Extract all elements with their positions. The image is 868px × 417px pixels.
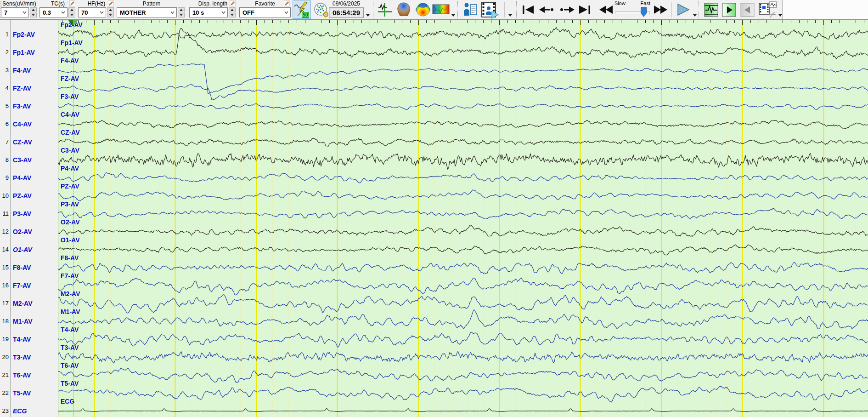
- go-to-end-button[interactable]: [577, 3, 592, 17]
- channel-row[interactable]: 3 F4-AV: [0, 66, 58, 75]
- channel-row[interactable]: 12 O2-AV: [0, 227, 58, 236]
- display-length-spin-down[interactable]: [229, 13, 236, 18]
- video-clip-cut-button[interactable]: ✂: [758, 1, 778, 19]
- date-text: 09/06/2025: [329, 0, 364, 7]
- channel-row[interactable]: 7 CZ-AV: [0, 137, 58, 147]
- display-length-label: Disp. length: [189, 0, 237, 7]
- channel-label: T4-AV: [13, 335, 31, 344]
- display-length-select[interactable]: 10 s: [189, 7, 228, 17]
- go-to-start-button[interactable]: [520, 3, 536, 17]
- channel-number: 1: [0, 30, 9, 39]
- edit-pencil-icon[interactable]: [284, 0, 290, 8]
- speed-slider: Slow Fast: [614, 0, 650, 18]
- channel-row[interactable]: 1 Fp2-AV: [0, 30, 58, 39]
- sensitivity-select[interactable]: 7: [1, 7, 29, 17]
- hf-spin-down[interactable]: [107, 13, 114, 18]
- video-playback-button[interactable]: [479, 1, 500, 19]
- channel-number: 22: [0, 388, 9, 398]
- electrode-map-button[interactable]: ⚙: [313, 1, 329, 18]
- trace-label: T5-AV: [61, 380, 79, 387]
- channel-row[interactable]: 5 F3-AV: [0, 102, 58, 111]
- tc-control: TC(s) 0.3: [39, 0, 76, 17]
- sensitivity-spin-up[interactable]: [30, 7, 37, 12]
- tc-spin-down[interactable]: [68, 13, 75, 18]
- sensitivity-spin-down[interactable]: [30, 13, 37, 18]
- channel-number: 9: [0, 173, 9, 183]
- channel-row[interactable]: 11 P3-AV: [0, 209, 58, 218]
- channel-row[interactable]: 18 M1-AV: [0, 317, 58, 326]
- channel-row[interactable]: 2 Fp1-AV: [0, 48, 58, 57]
- channel-label: C3-AV: [13, 155, 32, 165]
- channel-label: Fp2-AV: [13, 30, 35, 39]
- channel-list-panel: 1 Fp2-AV 2 Fp1-AV 3 F4-AV 4 FZ-AV 5 F3-A…: [0, 20, 58, 417]
- pattern-select[interactable]: MOTHER: [117, 7, 177, 17]
- play-from-here-button[interactable]: [721, 2, 737, 17]
- channel-row[interactable]: 23 ECG: [0, 406, 58, 416]
- trace-label: Fp1-AV: [61, 39, 83, 46]
- fast-forward-button[interactable]: [652, 3, 669, 17]
- play-button[interactable]: [675, 2, 692, 17]
- trace-label: Fp2-AV: [61, 21, 83, 29]
- review-waveform-button[interactable]: [704, 2, 719, 17]
- channel-number: 23: [0, 406, 9, 416]
- video-more-arrow[interactable]: [508, 13, 513, 17]
- favorite-select[interactable]: OFF: [239, 7, 291, 17]
- time-display[interactable]: 06:54:29: [329, 7, 364, 18]
- channel-number: 15: [0, 263, 9, 272]
- channel-row[interactable]: 4 FZ-AV: [0, 84, 58, 93]
- display-length-spin-up[interactable]: [229, 7, 236, 12]
- channel-row[interactable]: 20 T3-AV: [0, 353, 58, 362]
- tc-select[interactable]: 0.3: [39, 7, 68, 17]
- trace-label: P4-AV: [61, 165, 79, 172]
- page-back-button[interactable]: [538, 3, 556, 17]
- datetime-more-arrow[interactable]: [366, 13, 370, 17]
- channel-label: O2-AV: [13, 227, 32, 236]
- play-more-arrow[interactable]: [693, 13, 697, 17]
- tc-spin-up[interactable]: [68, 7, 75, 12]
- pattern-spin-down[interactable]: [178, 13, 185, 18]
- maps-more-arrow[interactable]: [451, 13, 456, 17]
- ac-filter-50hz-button[interactable]: 50: [293, 0, 311, 19]
- chevron-down-icon: [284, 11, 288, 14]
- trace-label: C3-AV: [61, 147, 79, 154]
- channel-row[interactable]: 14 O1-AV: [0, 245, 58, 254]
- hf-select[interactable]: 70: [78, 7, 106, 17]
- favorite-control: Favorite OFF: [239, 0, 291, 17]
- channel-row[interactable]: 9 P4-AV: [0, 173, 58, 183]
- edit-pencil-icon[interactable]: [230, 0, 236, 8]
- topography-map-button[interactable]: [414, 1, 432, 18]
- channel-row[interactable]: 16 F7-AV: [0, 281, 58, 290]
- channel-row[interactable]: 21 T6-AV: [0, 371, 58, 380]
- dsa-trend-button[interactable]: [432, 4, 450, 16]
- patient-info-button[interactable]: [462, 1, 479, 18]
- channel-row[interactable]: 8 C3-AV: [0, 155, 58, 165]
- speed-slider-thumb[interactable]: [641, 7, 647, 17]
- head-3d-map-button[interactable]: [395, 1, 412, 18]
- channel-number: 10: [0, 191, 9, 200]
- hf-control: HF(Hz) 70: [78, 0, 115, 17]
- channel-row[interactable]: 17 M2-AV: [0, 299, 58, 308]
- page-forward-button[interactable]: [558, 3, 575, 17]
- toolbar-separator: [457, 1, 458, 18]
- waveform-measure-button[interactable]: [377, 1, 393, 18]
- edit-pencil-icon[interactable]: [108, 0, 114, 8]
- channel-label: FZ-AV: [13, 84, 31, 93]
- pattern-spin-up[interactable]: [178, 7, 185, 12]
- eeg-review-window: Sens(uV/mm) 7 TC(s) 0.3: [0, 0, 868, 417]
- channel-label: P4-AV: [13, 173, 31, 183]
- channel-row[interactable]: 19 T4-AV: [0, 335, 58, 344]
- play-backward-button[interactable]: [740, 2, 755, 17]
- hf-spin-up[interactable]: [107, 7, 114, 12]
- eeg-trace-area[interactable]: Fp2-AVFp1-AVF4-AVFZ-AVF3-AVC4-AVCZ-AVC3-…: [58, 20, 868, 417]
- trace-label: M2-AV: [61, 290, 80, 297]
- channel-row[interactable]: 10 PZ-AV: [0, 191, 58, 200]
- channel-row[interactable]: 15 F8-AV: [0, 263, 58, 272]
- rewind-button[interactable]: [598, 3, 614, 17]
- edit-pencil-icon[interactable]: [69, 0, 75, 8]
- channel-row[interactable]: 22 T5-AV: [0, 388, 58, 398]
- eeg-waveform-canvas[interactable]: [58, 20, 868, 417]
- channel-row[interactable]: 6 C4-AV: [0, 120, 58, 129]
- trace-label: F8-AV: [61, 254, 79, 262]
- trace-label: CZ-AV: [61, 129, 80, 136]
- toolbar-separator: [373, 1, 373, 18]
